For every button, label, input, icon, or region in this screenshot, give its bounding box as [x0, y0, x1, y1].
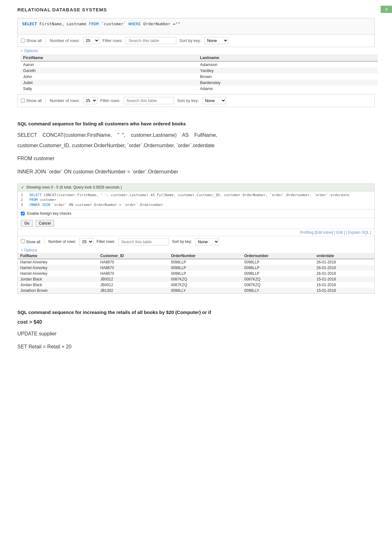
phpmyadmin-filter-input[interactable] [118, 238, 169, 245]
enable-fk-label: Enable foreign key checks [27, 211, 71, 216]
table-cell: Brown [197, 74, 378, 80]
table-row: Jordan BlackJB00120087KZQ0087KZQ15-01-20… [18, 276, 374, 282]
table-cell: Jordan Black [18, 282, 98, 288]
show-all-checkbox[interactable] [21, 39, 25, 43]
filter-input-bottom[interactable] [124, 97, 174, 104]
page-number: 9 [381, 6, 392, 13]
phpmyadmin-sort-select[interactable]: None [195, 238, 219, 245]
table-cell: HA8870 [98, 271, 169, 276]
table-cell: John [21, 74, 197, 80]
phpmyadmin-show-all-text: Show all [26, 240, 40, 244]
first-table-bottom-controls: Show all Number of rows: 25 Filter rows:… [17, 94, 375, 107]
table-cell: Juliet [21, 80, 197, 86]
show-all-checkbox-label[interactable]: Show all [21, 38, 42, 43]
table-cell: 26-01-2018 [314, 259, 374, 265]
sql-content2: `customer` [101, 21, 128, 26]
filter-label-bottom: Filter rows: [100, 98, 121, 103]
table-cell: 26-01-2018 [314, 271, 374, 276]
sql-content3: OrderNumber ="" [143, 21, 180, 26]
table-row: JulietBardensley [21, 80, 378, 86]
table-cell: Harriet Annerley [18, 259, 98, 265]
table-cell: 0098LLP [242, 259, 314, 265]
show-all-label-bottom: Show all [26, 98, 42, 103]
sort-select[interactable]: None [204, 37, 228, 44]
table-cell: JB0012 [98, 276, 169, 282]
phpmyadmin-filter-label: Filter rows: [97, 239, 115, 244]
sort-select-bottom[interactable]: None [202, 97, 226, 104]
phpmyadmin-show-all-checkbox[interactable] [21, 239, 25, 243]
sort-label-bottom: Sort by key: [177, 98, 199, 103]
sql-keyword-select: SELECT [22, 21, 37, 26]
phpmyadmin-table: FullName Customer_ID OrderNumber Ordernu… [18, 253, 374, 293]
phpmyadmin-sql-preview: 1 SELECT CONCAT(customer.FirstName, ' ',… [18, 191, 374, 209]
phpmyadmin-box: ✔ Showing rows 0 - 5 (6 total, Query too… [17, 184, 375, 294]
sql-keyword-where: WHERE [129, 21, 141, 26]
table-cell: Yardley [197, 68, 378, 74]
rows-select[interactable]: 25 50 100 [83, 37, 100, 44]
table-cell: 0098LLP [242, 265, 314, 271]
phpmyadmin-show-all-label[interactable]: Show all [21, 239, 40, 244]
ph-col-orderdate: orderdate [314, 253, 374, 259]
table-row: Harriet AnnerleyHA88700098LLP0098LLP26-0… [18, 271, 374, 276]
phpmyadmin-profiling: Profiling [Edit inline] [ Edit ] [ Expla… [18, 229, 374, 236]
table-row: Harriet AnnerleyHA88700098LLP0098LLP26-0… [18, 259, 374, 265]
first-sql-box: SELECT FirstName, Lastname FROM `custome… [17, 18, 375, 34]
table-cell: 0098LLP [168, 265, 242, 271]
section1-line1: SELECT CONCAT(customer.FirstName, " ", c… [17, 131, 375, 139]
options-link[interactable]: + Options [21, 48, 38, 53]
table-cell: Adamson [197, 61, 378, 68]
ph-col-customerid: Customer_ID [98, 253, 169, 259]
sql-content: FirstName, Lastname [39, 21, 89, 26]
table-cell: 0098LLY [242, 288, 314, 293]
phpmyadmin-controls: Show all Number of rows: 25 Filter rows:… [18, 236, 374, 247]
phpmyadmin-rows-select[interactable]: 25 [79, 238, 93, 245]
table-row: Harriet AnnerleyHA88700098LLP0098LLP26-0… [18, 265, 374, 271]
section1-heading: SQL command sequence for listing all cus… [17, 121, 375, 126]
table-cell: Bardensley [197, 80, 378, 86]
table-cell: Gareth [21, 68, 197, 74]
table-cell: 0098LLP [168, 271, 242, 276]
cancel-button[interactable]: Cancel [35, 220, 54, 227]
table-row: Jordan BlackJB00120087KZQ0087KZQ16-01-20… [18, 282, 374, 288]
first-data-table: FirstName Lastname AaronAdamsonGarethYar… [21, 54, 378, 92]
table-row: JohnBrown [21, 74, 378, 80]
go-button[interactable]: Go [21, 220, 33, 227]
table-cell: Harriet Annerley [18, 265, 98, 271]
first-table-container: + Options FirstName Lastname AaronAdamso… [17, 47, 375, 92]
show-all-checkbox-label-bottom[interactable]: Show all [21, 98, 42, 103]
check-icon: ✔ [21, 185, 24, 190]
table-cell: 26-01-2018 [314, 265, 374, 271]
sql-line-1: 1 SELECT CONCAT(customer.FirstName, ' ',… [21, 193, 371, 197]
show-all-checkbox-bottom[interactable] [21, 99, 25, 103]
sql-line-3: 3 INNER JOIN `order` ON customer.OrderNu… [21, 202, 371, 207]
table-cell: Jordan Black [18, 276, 98, 282]
phpmyadmin-rows-label: Number of rows: [48, 239, 76, 244]
enable-fk-checkbox[interactable] [21, 212, 25, 215]
table-cell: HA8870 [98, 265, 169, 271]
table-cell: Aaron [21, 61, 197, 68]
rows-select-bottom[interactable]: 25 [83, 97, 97, 104]
table-cell: Jonathon Brown [18, 288, 98, 293]
phpmyadmin-options: Enable foreign key checks [18, 209, 374, 218]
table-row: Jonathon BrownJB13020098LLY0098LLY15-01-… [18, 288, 374, 293]
phpmyadmin-sort-label: Sort by key: [172, 239, 192, 244]
col-firstname: FirstName [21, 54, 197, 61]
phpmyadmin-options-link[interactable]: + Options [21, 248, 37, 252]
phpmyadmin-header: ✔ Showing rows 0 - 5 (6 total, Query too… [18, 184, 374, 191]
filter-input[interactable] [126, 37, 176, 44]
table-cell: Adams [197, 86, 378, 92]
rows-label: Number of rows: [50, 38, 80, 43]
table-cell: 0098LLP [242, 271, 314, 276]
divider [45, 38, 46, 44]
table-cell: 0087KZQ [242, 282, 314, 288]
profiling-link[interactable]: Profiling [Edit inline] [ Edit ] [ Expla… [300, 230, 371, 235]
table-cell: 15-01-2018 [314, 288, 374, 293]
table-cell: 16-01-2018 [314, 282, 374, 288]
rows-label-bottom: Number of rows: [50, 98, 80, 103]
table-row: SallyAdams [21, 86, 378, 92]
ph-col-fullname: FullName [18, 253, 98, 259]
table-cell: 0087KZQ [168, 282, 242, 288]
sql-keyword-from: FROM [89, 21, 99, 26]
section1-line2: customer.Customer_ID, customer.OrderNumb… [17, 141, 375, 150]
ph-col-ordernumber2: Ordernumber [242, 253, 314, 259]
